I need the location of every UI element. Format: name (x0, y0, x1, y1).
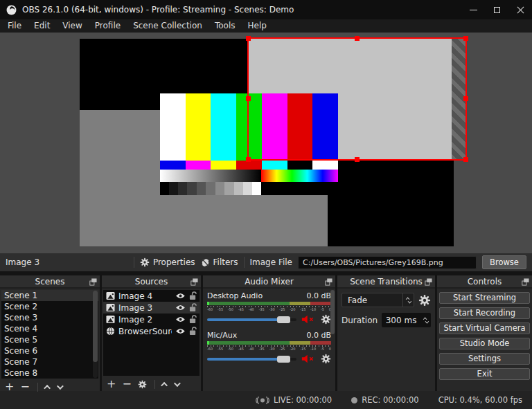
audio-mixer-header[interactable]: Audio Mixer (203, 275, 335, 289)
start-recording-button[interactable]: Start Recording (439, 307, 530, 319)
popout-icon[interactable] (190, 278, 198, 286)
menu-edit[interactable]: Edit (28, 19, 56, 33)
duration-spinbox[interactable]: 300 ms (382, 313, 431, 327)
sources-header[interactable]: Sources (102, 275, 201, 289)
minimize-button[interactable] (461, 0, 485, 19)
volume-slider[interactable] (207, 358, 296, 361)
settings-button[interactable]: Settings (439, 353, 530, 365)
scene-list-item[interactable]: Scene 6 (1, 345, 98, 356)
selection-handle-bottom-right[interactable] (463, 157, 468, 162)
image-file-input[interactable]: C:/Users/OBS/Pictures/Grey169B.png (298, 256, 477, 269)
menu-view[interactable]: View (56, 19, 88, 33)
lock-open-icon[interactable] (189, 315, 197, 324)
transition-select[interactable]: Fade (342, 293, 414, 307)
move-scene-down-button[interactable] (57, 383, 64, 390)
selection-border[interactable] (247, 37, 467, 161)
source-name: Image 4 (118, 291, 172, 301)
popout-icon[interactable] (325, 278, 332, 286)
transition-gear-icon[interactable] (418, 294, 431, 307)
studio-mode-button[interactable]: Studio Mode (439, 338, 530, 349)
obs-window: OBS 26.1.0 (64-bit, windows) - Profile: … (0, 0, 532, 409)
selection-handle-bottom-left[interactable] (246, 157, 251, 162)
controls-header[interactable]: Controls (437, 275, 532, 289)
menu-scene-collection[interactable]: Scene Collection (127, 19, 209, 33)
selection-handle-middle-left[interactable] (246, 96, 251, 101)
duration-stepper[interactable] (420, 317, 431, 324)
live-broadcast-icon (256, 396, 269, 405)
visibility-eye-icon[interactable] (175, 316, 186, 322)
channel-gear-icon[interactable] (321, 314, 331, 325)
start-streaming-button[interactable]: Start Streaming (439, 292, 530, 304)
menu-profile[interactable]: Profile (89, 19, 127, 33)
start-virtual-camera-button[interactable]: Start Virtual Camera (439, 322, 530, 334)
scene-transitions-title: Scene Transitions (350, 277, 423, 287)
mute-speaker-icon[interactable] (301, 315, 316, 324)
mixer-scrollbar[interactable] (330, 290, 335, 334)
sources-dock: Sources Image 4 Image 3 (102, 275, 201, 391)
scene-list-item[interactable]: Scene 4 (1, 323, 98, 334)
close-button[interactable] (508, 0, 532, 19)
source-list-item[interactable]: Image 4 (103, 290, 200, 302)
exit-button[interactable]: Exit (439, 368, 530, 380)
move-scene-up-button[interactable] (44, 384, 51, 391)
source-list-item[interactable]: Image 2 (103, 313, 200, 325)
lock-open-icon[interactable] (189, 303, 197, 312)
add-source-button[interactable]: + (107, 379, 116, 390)
scene-list-item[interactable]: Scene 2 (1, 301, 98, 312)
selection-handle-top-right[interactable] (463, 36, 468, 41)
visibility-eye-icon[interactable] (175, 305, 186, 311)
scene-list-item[interactable]: Scene 3 (1, 312, 98, 323)
remove-source-button[interactable]: − (122, 379, 131, 390)
filters-button[interactable]: Filters (201, 257, 238, 267)
move-source-down-button[interactable] (174, 380, 181, 387)
scene-list-item[interactable]: Scene 5 (1, 334, 98, 345)
add-scene-button[interactable]: + (5, 381, 14, 392)
popout-icon[interactable] (425, 278, 432, 286)
live-time: LIVE: 00:00:00 (274, 395, 332, 405)
volume-slider[interactable] (207, 318, 296, 321)
popout-icon[interactable] (89, 278, 97, 286)
popout-icon[interactable] (522, 278, 529, 286)
scene-list-item[interactable]: Scene 1 (1, 290, 98, 301)
properties-button[interactable]: Properties (140, 257, 195, 267)
volume-slider-knob[interactable] (277, 356, 290, 363)
source-properties-gear-icon[interactable] (138, 380, 147, 389)
scene-item-black-bottom[interactable] (328, 160, 454, 246)
mute-speaker-icon[interactable] (301, 354, 316, 363)
menu-file[interactable]: File (1, 19, 28, 33)
volume-meter (207, 341, 331, 345)
lock-open-icon[interactable] (189, 327, 197, 336)
source-list-item[interactable]: BrowserSource (103, 325, 200, 337)
channel-db-value: 0.0 dB (306, 291, 331, 300)
remove-scene-button[interactable]: − (20, 381, 29, 392)
scenes-header[interactable]: Scenes (0, 275, 100, 289)
cpu-fps-stats: CPU: 0.4%, 60.00 fps (438, 395, 522, 405)
menu-help[interactable]: Help (241, 19, 272, 33)
menu-bar: File Edit View Profile Scene Collection … (0, 19, 532, 33)
move-source-up-button[interactable] (161, 381, 168, 388)
gear-icon (140, 257, 150, 267)
scene-transitions-header[interactable]: Scene Transitions (337, 275, 435, 289)
sources-title: Sources (135, 277, 168, 287)
visibility-eye-icon[interactable] (175, 328, 186, 334)
selection-handle-middle-right[interactable] (463, 96, 468, 101)
channel-gear-icon[interactable] (321, 354, 331, 364)
visibility-eye-icon[interactable] (175, 293, 186, 299)
volume-slider-knob[interactable] (277, 316, 290, 323)
maximize-button[interactable] (485, 0, 508, 19)
selection-handle-top-left[interactable] (246, 36, 251, 41)
selection-handle-bottom-middle[interactable] (355, 157, 360, 162)
menu-tools[interactable]: Tools (209, 19, 242, 33)
preview-canvas[interactable] (0, 33, 532, 253)
transition-select-stepper[interactable] (402, 293, 414, 307)
duration-value: 300 ms (382, 316, 420, 325)
color-bars-gradient-row (160, 170, 338, 182)
source-list-item[interactable]: Image 3 (103, 302, 200, 313)
selection-handle-top-middle[interactable] (355, 36, 360, 41)
scene-list-item[interactable]: Scene 8 (1, 367, 98, 379)
scene-list-item[interactable]: Scene 7 (1, 356, 98, 367)
scene-transitions-dock: Scene Transitions Fade (337, 275, 435, 391)
scenes-scrollbar[interactable] (93, 291, 98, 378)
lock-open-icon[interactable] (189, 291, 197, 300)
browse-button[interactable]: Browse (482, 255, 526, 269)
